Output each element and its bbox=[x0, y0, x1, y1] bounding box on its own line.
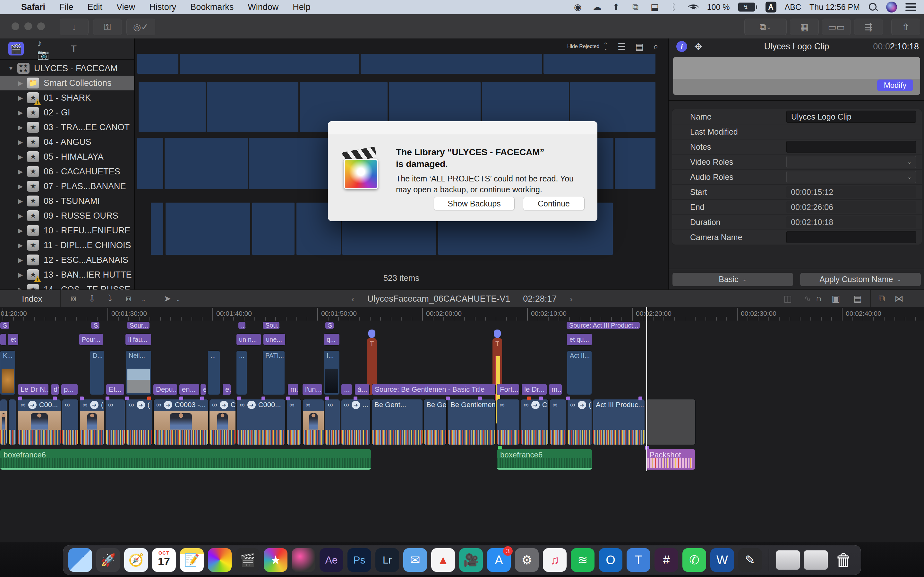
field-value[interactable]: 00:02:26:06 bbox=[787, 201, 916, 213]
primary-storyline-clip[interactable]: ∞➔( bbox=[567, 399, 592, 445]
connected-clip[interactable]: ... bbox=[236, 350, 247, 395]
dock-icon-notes[interactable]: 📝 bbox=[180, 548, 204, 572]
clip-filmstrip[interactable] bbox=[249, 138, 341, 189]
sidebar-item[interactable]: ▶★06 - CACAHUETES bbox=[0, 164, 134, 179]
primary-storyline-clip[interactable]: ∞ bbox=[497, 399, 520, 445]
sidebar-item[interactable]: ▶📁Smart Collections bbox=[0, 76, 134, 90]
connected-clip[interactable]: Act II... bbox=[567, 350, 592, 395]
dock-icon-word[interactable]: W bbox=[710, 548, 734, 572]
caption-clip[interactable]: en... bbox=[179, 384, 200, 395]
audio-clip[interactable]: boxefrance6 bbox=[497, 449, 592, 470]
dock-icon-slack[interactable]: # bbox=[654, 548, 678, 572]
title-clip[interactable] bbox=[0, 334, 6, 346]
clip-marker[interactable] bbox=[539, 396, 543, 400]
connected-clip[interactable]: D... bbox=[90, 350, 104, 395]
menu-clock[interactable]: Thu 12:56 PM bbox=[809, 3, 860, 12]
connected-clip[interactable]: PATI... bbox=[262, 350, 285, 395]
todo-clip-marker[interactable] bbox=[147, 396, 151, 400]
sidebar-item[interactable]: ▶★02 - GI bbox=[0, 105, 134, 120]
filmstrip-view-icon[interactable]: ▤ bbox=[635, 41, 644, 52]
modify-button[interactable]: Modify bbox=[877, 79, 913, 91]
input-source-icon[interactable]: A bbox=[766, 2, 776, 13]
caption-clip[interactable]: ... bbox=[341, 384, 352, 395]
caption-clip[interactable]: Et... bbox=[106, 384, 124, 395]
timeline-project-title[interactable]: UlycesFacecam_06CACAHUETE-V1 bbox=[367, 294, 510, 304]
spotlight-icon[interactable] bbox=[868, 2, 878, 12]
trim-overview-icon[interactable]: ◫ bbox=[783, 293, 792, 304]
clip-marker[interactable] bbox=[262, 396, 265, 400]
primary-storyline-clip[interactable]: ∞ bbox=[302, 399, 324, 445]
caption-clip[interactable]: le Dr... bbox=[521, 384, 547, 395]
sidebar-item[interactable]: ▼★★ ★★ULYCES - FACECAM bbox=[0, 61, 134, 76]
dock-icon-app-store[interactable]: A3 bbox=[487, 548, 511, 572]
clip-filmstrip[interactable] bbox=[139, 82, 206, 132]
disclosure-triangle-icon[interactable]: ▶ bbox=[14, 139, 27, 146]
overwrite-edit-icon[interactable]: ⧈ bbox=[126, 293, 132, 304]
disclosure-triangle-icon[interactable]: ▶ bbox=[14, 94, 27, 102]
connected-clip[interactable]: K... bbox=[0, 350, 15, 395]
disclosure-triangle-icon[interactable]: ▶ bbox=[14, 168, 27, 175]
primary-storyline-clip[interactable]: ∞➔C bbox=[521, 399, 549, 445]
title-clip[interactable]: Sou... bbox=[262, 322, 280, 329]
disclosure-triangle-icon[interactable]: ▶ bbox=[14, 124, 27, 131]
sidebar-item[interactable]: ▶★10 - REFU...ENIEURE bbox=[0, 223, 134, 238]
audio-meter-icon[interactable]: ∿ bbox=[804, 293, 811, 304]
dock-icon-textedit[interactable]: T bbox=[627, 548, 650, 572]
cloud-icon[interactable]: ☁ bbox=[591, 2, 603, 13]
sidebar-item[interactable]: ▶★04 - ANGUS bbox=[0, 135, 134, 149]
timeline-ruler[interactable]: 01:20:0000:01:30:0000:01:40:0000:01:50:0… bbox=[0, 307, 924, 321]
connected-clip[interactable]: Neil... bbox=[126, 350, 152, 395]
disclosure-triangle-icon[interactable]: ▶ bbox=[14, 153, 27, 161]
disclosure-triangle-icon[interactable]: ▶ bbox=[14, 242, 27, 249]
primary-storyline-clip[interactable]: Be Ge... bbox=[423, 399, 447, 445]
display-icon[interactable]: ⧉ bbox=[630, 2, 641, 13]
minimize-window-button[interactable] bbox=[24, 23, 32, 30]
insert-edit-icon[interactable]: ⇩ bbox=[88, 293, 95, 304]
clip-filmstrip[interactable] bbox=[360, 54, 542, 74]
dock-icon-lightroom[interactable]: Lr bbox=[375, 548, 399, 572]
primary-storyline-clip[interactable]: ∞➔( bbox=[79, 399, 104, 445]
tool-chevron-icon[interactable]: ⌄ bbox=[176, 296, 181, 303]
clip-filmstrip[interactable] bbox=[252, 203, 294, 255]
clip-filmstrip[interactable] bbox=[207, 82, 298, 132]
title-clip[interactable]: S... bbox=[0, 322, 10, 329]
clip-marker[interactable] bbox=[237, 396, 241, 400]
connected-clip[interactable]: ... bbox=[208, 350, 220, 395]
background-tasks-button[interactable]: ◎✓ bbox=[126, 19, 155, 35]
continue-button[interactable]: Continue bbox=[523, 197, 585, 210]
primary-storyline-clip[interactable]: Act III Produc... bbox=[593, 399, 645, 445]
field-value[interactable]: 00:02:10:18 bbox=[787, 216, 916, 228]
clip-filmstrip[interactable] bbox=[151, 203, 163, 255]
siri-icon[interactable] bbox=[886, 2, 897, 13]
clip-marker[interactable] bbox=[200, 396, 204, 400]
dock-icon-finder[interactable] bbox=[68, 548, 92, 572]
title-clip[interactable]: S... bbox=[91, 322, 100, 329]
audio-clip[interactable]: boxefrance6 bbox=[0, 449, 371, 470]
caption-clip[interactable]: m... bbox=[288, 384, 299, 395]
clip-filmstrip[interactable] bbox=[543, 54, 656, 74]
disclosure-triangle-icon[interactable]: ▶ bbox=[14, 79, 27, 87]
caption-clip[interactable]: p... bbox=[61, 384, 78, 395]
title-clip[interactable]: un n... bbox=[236, 334, 261, 346]
import-media-button[interactable]: ↓ bbox=[60, 19, 89, 35]
clip-marker[interactable] bbox=[446, 396, 450, 400]
playhead[interactable] bbox=[646, 307, 647, 471]
primary-storyline-clip[interactable] bbox=[0, 399, 7, 445]
disclosure-triangle-icon[interactable]: ▶ bbox=[14, 212, 27, 219]
sidebar-item[interactable]: ▶★09 - RUSSE OURS bbox=[0, 208, 134, 223]
browser-grid-view-button[interactable]: ▦ bbox=[790, 19, 819, 35]
dock-icon-scriptapp[interactable]: ✎ bbox=[738, 548, 762, 572]
primary-storyline-clip[interactable]: ∞➔C0003 -... bbox=[153, 399, 208, 445]
clip-marker[interactable] bbox=[105, 396, 110, 400]
field-dropdown[interactable]: ⌄ bbox=[787, 156, 916, 168]
primary-storyline-clip[interactable]: ∞ bbox=[105, 399, 125, 445]
clip-marker[interactable] bbox=[566, 396, 570, 400]
snapping-icon[interactable]: ▣ bbox=[832, 293, 840, 304]
secondary-display-icon[interactable]: ⧉ bbox=[879, 293, 885, 304]
menu-app-name[interactable]: Safari bbox=[14, 2, 52, 12]
sidebar-item[interactable]: ▶★05 - HIMALAYA bbox=[0, 149, 134, 164]
apply-custom-name-button[interactable]: Apply Custom Name⌄ bbox=[800, 273, 921, 286]
upload-cloud-icon[interactable]: ⬆ bbox=[611, 2, 622, 13]
dialog-titlebar[interactable] bbox=[328, 121, 598, 134]
menu-item-window[interactable]: Window bbox=[241, 2, 286, 12]
